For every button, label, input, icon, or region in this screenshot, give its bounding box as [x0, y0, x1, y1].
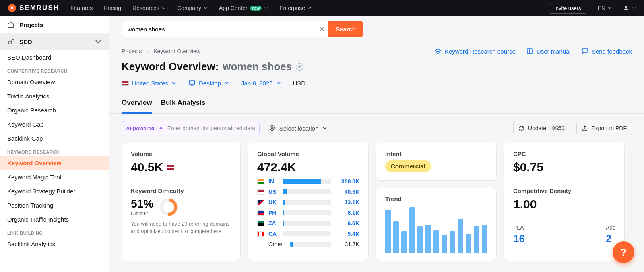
clear-search-icon[interactable]: ✕ [319, 25, 324, 33]
svg-point-0 [625, 6, 627, 8]
gv-country-code: IN [268, 178, 279, 185]
tab-overview[interactable]: Overview [122, 95, 152, 114]
global-volume-row[interactable]: PH8.1K [257, 210, 359, 216]
search-input[interactable] [128, 21, 314, 37]
graduation-icon [434, 48, 442, 55]
sidebar-item-domain-overview[interactable]: Domain Overview [0, 75, 109, 89]
user-menu[interactable] [623, 4, 636, 12]
chevron-down-icon [276, 81, 281, 85]
gv-bar [283, 210, 331, 215]
flag-icon [257, 221, 264, 226]
global-volume-row[interactable]: US40.5K [257, 189, 359, 195]
sidebar-item-dashboard[interactable]: SEO Dashboard [0, 50, 109, 64]
card-volume-value: 40.5K [131, 160, 163, 174]
link-research-course[interactable]: Keyword Research course [434, 48, 516, 55]
flag-us-icon [122, 81, 129, 86]
card-trend-title: Trend [385, 195, 487, 202]
trend-bar [442, 235, 447, 253]
invite-users-button[interactable]: Invite users [549, 3, 586, 14]
nav-company[interactable]: Company [177, 5, 208, 11]
nav-resources[interactable]: Resources [132, 5, 166, 11]
target-icon [7, 38, 14, 45]
chevron-down-icon [171, 81, 176, 85]
intent-badge: Commercial [385, 160, 431, 172]
home-icon [7, 21, 14, 28]
card-kd-note: You will need to have 29 referring domai… [131, 220, 231, 235]
flag-us-icon [167, 165, 174, 170]
sidebar-item-backlink-analytics[interactable]: Backlink Analytics [0, 237, 109, 251]
tab-bulk-analysis[interactable]: Bulk Analysis [161, 95, 206, 114]
global-volume-row[interactable]: ZA6.6K [257, 220, 359, 226]
chevron-down-icon [632, 6, 636, 10]
nav-pricing[interactable]: Pricing [104, 5, 121, 11]
gv-country-code: ZA [268, 220, 279, 226]
add-keyword-icon[interactable]: + [296, 63, 303, 71]
ai-domain-input[interactable]: AI-powered ✦ Enter domain for personaliz… [122, 121, 260, 135]
filter-date[interactable]: Jan 8, 2025 [241, 80, 281, 87]
global-volume-row[interactable]: UK12.1K [257, 199, 359, 206]
gv-value: 6.6K [335, 220, 359, 226]
link-send-feedback[interactable]: Send feedback [581, 48, 632, 55]
sidebar-item-keyword-magic[interactable]: Keyword Magic Tool [0, 170, 109, 184]
metric-ads-value: 2 [606, 233, 615, 245]
card-cpc-title: CPC [513, 150, 615, 157]
desktop-icon [188, 79, 196, 87]
searchbar: ✕ Search [122, 21, 363, 37]
nav-enterprise[interactable]: Enterprise [279, 5, 312, 11]
sidebar-seo-toggle[interactable]: SEO [0, 33, 109, 50]
trend-chart [385, 207, 487, 253]
new-badge: new [250, 6, 262, 11]
chevron-right-icon: › [147, 48, 149, 54]
sidebar-projects[interactable]: Projects [0, 16, 109, 33]
location-selector[interactable]: Select location [264, 121, 333, 135]
ai-placeholder: Enter domain for personalized data [167, 125, 255, 131]
card-cpc-value: $0.75 [513, 160, 615, 174]
card-kd-label: Difficult [131, 210, 153, 216]
card-kd-pct: 51% [131, 197, 153, 210]
sidebar-item-keyword-strategy[interactable]: Keyword Strategy Builder [0, 184, 109, 198]
link-user-manual[interactable]: User manual [526, 48, 571, 55]
metric-ads[interactable]: Ads 2 [606, 224, 615, 245]
nav-features[interactable]: Features [70, 5, 93, 11]
sidebar-item-keyword-overview[interactable]: Keyword Overview [0, 156, 109, 170]
card-global-volume: Global Volume 472.4K IN368.0KUS40.5KUK12… [248, 143, 369, 261]
refresh-icon [518, 125, 525, 131]
breadcrumb-projects[interactable]: Projects [122, 48, 142, 54]
search-button[interactable]: Search [328, 21, 363, 37]
sidebar-item-position-tracking[interactable]: Position Tracking [0, 198, 109, 212]
ai-powered-label: AI-powered [126, 125, 155, 131]
filter-country[interactable]: United States [122, 80, 176, 87]
language-selector[interactable]: EN [598, 5, 611, 11]
sidebar-item-organic-research[interactable]: Organic Research [0, 103, 109, 117]
metric-pla[interactable]: PLA 16 [513, 224, 525, 245]
card-cd-title: Competitive Density [513, 187, 615, 194]
gv-bar [283, 221, 331, 226]
gv-bar [283, 200, 331, 205]
nav-appcenter[interactable]: App Center new [219, 5, 268, 11]
filter-device[interactable]: Desktop [188, 79, 229, 87]
global-volume-row[interactable]: CA5.4K [257, 230, 359, 237]
gv-country-code: PH [268, 210, 279, 216]
sidebar-item-traffic-analytics[interactable]: Traffic Analytics [0, 89, 109, 103]
help-fab[interactable]: ? [613, 241, 634, 263]
gv-other-val: 31.7K [335, 241, 359, 247]
search-input-wrapper: ✕ [122, 21, 328, 37]
global-volume-row[interactable]: IN368.0K [257, 178, 359, 185]
metric-pla-value: 16 [513, 233, 525, 245]
chevron-down-icon [204, 6, 208, 10]
gv-value: 12.1K [335, 199, 359, 206]
chevron-down-icon [264, 6, 268, 10]
brand-logo[interactable]: SEMRUSH [8, 4, 59, 12]
sidebar-item-organic-traffic[interactable]: Organic Traffic Insights [0, 212, 109, 226]
update-button[interactable]: Update 0/250 [513, 121, 572, 135]
card-cd-value: 1.00 [513, 197, 615, 211]
sidebar-item-backlink-gap[interactable]: Backlink Gap [0, 131, 109, 145]
sidebar: Projects SEO SEO Dashboard COMPETITIVE R… [0, 16, 109, 272]
trend-bar [458, 219, 463, 253]
sidebar-item-keyword-gap[interactable]: Keyword Gap [0, 117, 109, 131]
sidebar-section-keyword: KEYWORD RESEARCH [0, 145, 109, 156]
gv-value: 40.5K [335, 189, 359, 195]
message-icon [581, 48, 588, 55]
export-pdf-button[interactable]: Export to PDF [576, 121, 632, 135]
trend-bar [385, 210, 391, 253]
